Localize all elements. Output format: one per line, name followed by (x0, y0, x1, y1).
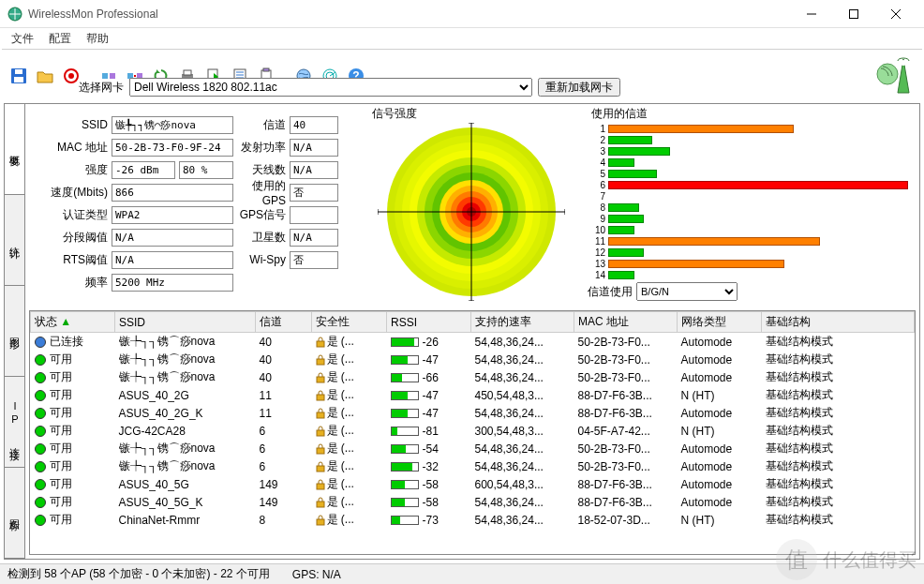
open-button[interactable] (34, 65, 56, 87)
table-row[interactable]: 可用ASUS_40_5G149是 (...-58600,54,48,3...88… (31, 475, 915, 493)
antenna-icon (875, 53, 917, 95)
col-rates[interactable]: 支持的速率 (471, 312, 574, 333)
menu-file[interactable]: 文件 (6, 29, 39, 49)
status-bar: 检测到 58 个AP (58 个加密 - 0 个未加密) - 22 个可用 GP… (0, 563, 924, 584)
menu-config[interactable]: 配置 (43, 29, 77, 49)
svg-point-24 (901, 60, 906, 66)
table-row[interactable]: 可用镞╄┐┐镌⌒痧nova6是 (...-5454,48,36,24...50-… (31, 440, 915, 457)
freq-field[interactable] (112, 274, 233, 292)
gpssig-label: GPS信号 (237, 207, 286, 223)
table-row[interactable]: 可用ChinaNet-Rmmr8是 (...-7354,48,36,24...1… (31, 511, 915, 529)
signal-title: 信号强度 (372, 106, 417, 122)
status-main: 检测到 58 个AP (58 个加密 - 0 个未加密) - 22 个可用 (7, 566, 270, 582)
table-row[interactable]: 可用镞╄┐┐镌⌒痧nova40是 (...-6654,48,36,24...50… (31, 368, 915, 386)
svg-rect-41 (317, 395, 324, 400)
signal-radar (378, 123, 565, 301)
tab-map[interactable]: 图标 (5, 468, 24, 559)
title-bar: WirelessMon Professional (0, 0, 924, 28)
sat-field[interactable] (290, 229, 338, 247)
frag-label: 分段阈值 (33, 230, 108, 246)
status-gps: GPS: N/A (292, 568, 341, 581)
reload-nic-button[interactable]: 重新加载网卡 (538, 78, 620, 97)
table-row[interactable]: 可用镞╄┐┐镌⌒痧nova40是 (...-4754,48,36,24...50… (31, 351, 915, 368)
col-mac[interactable]: MAC 地址 (574, 312, 678, 333)
table-row[interactable]: 可用ASUS_40_2G11是 (...-47450,54,48,3...88-… (31, 386, 915, 404)
svg-rect-46 (317, 484, 324, 489)
nic-select[interactable]: Dell Wireless 1820 802.11ac (129, 78, 532, 97)
table-row[interactable]: 可用JCG-42CA286是 (...-81300,54,48,3...04-5… (31, 422, 915, 440)
tab-stats[interactable]: 统计 (5, 195, 24, 286)
gps-field[interactable] (290, 184, 338, 202)
svg-rect-3 (14, 77, 23, 82)
maximize-button[interactable] (832, 1, 874, 27)
freq-label: 频率 (33, 275, 108, 291)
col-infra[interactable]: 基础结构 (762, 312, 915, 333)
ssid-label: SSID (33, 118, 108, 131)
spd-field[interactable] (112, 184, 233, 202)
svg-point-23 (877, 64, 898, 84)
side-tabs: 概要 统计 图形 IP 连接 图标 (5, 104, 25, 559)
wispy-field[interactable] (290, 251, 338, 269)
ap-grid[interactable]: 状态 ▲ SSID 信道 安全性 RSSI 支持的速率 MAC 地址 网络类型 … (29, 310, 916, 555)
svg-rect-39 (317, 359, 324, 365)
app-icon (7, 7, 22, 22)
channels-title: 使用的信道 (591, 106, 648, 122)
str-pct-field[interactable] (179, 161, 233, 179)
svg-rect-40 (317, 377, 324, 382)
chan-label: 信道 (237, 117, 286, 133)
rts-field[interactable] (112, 251, 233, 269)
frag-field[interactable] (112, 229, 233, 247)
gpssig-field[interactable] (290, 206, 338, 224)
col-sec[interactable]: 安全性 (312, 312, 387, 333)
str-dbm-field[interactable] (112, 161, 175, 179)
tab-graph[interactable]: 图形 (5, 286, 24, 377)
close-button[interactable] (874, 1, 917, 27)
svg-rect-4 (15, 69, 22, 74)
table-row[interactable]: 可用镞╄┐┐镌⌒痧nova6是 (...-3254,48,36,24...50-… (31, 457, 915, 475)
txp-label: 发射功率 (237, 140, 286, 156)
ant-field[interactable] (290, 161, 338, 179)
channel-mode-label: 信道使用 (588, 284, 633, 300)
table-row[interactable]: 可用ASUS_40_2G_K11是 (...-4754,48,36,24...8… (31, 404, 915, 422)
toolbar: ? 选择网卡 Dell Wireless 1820 802.11ac 重新加载网… (0, 50, 924, 102)
main-panel: 概要 统计 图形 IP 连接 图标 SSID信道 MAC 地址发射功率 强度天线… (4, 103, 920, 560)
auth-field[interactable] (112, 206, 233, 224)
svg-rect-12 (184, 70, 191, 75)
svg-rect-38 (317, 341, 324, 347)
col-chan[interactable]: 信道 (256, 312, 312, 333)
spd-label: 速度(Mbits) (33, 185, 108, 201)
auth-label: 认证类型 (33, 207, 108, 223)
menu-help[interactable]: 帮助 (81, 29, 114, 49)
txp-field[interactable] (290, 139, 338, 157)
nic-label: 选择网卡 (79, 80, 124, 96)
svg-rect-48 (317, 519, 324, 525)
mac-field[interactable] (112, 139, 233, 157)
channel-mode-select[interactable]: B/G/N (636, 282, 738, 301)
col-rssi[interactable]: RSSI (387, 312, 471, 333)
tab-ipconn[interactable]: IP 连接 (5, 377, 24, 468)
svg-rect-43 (317, 430, 324, 436)
rts-label: RTS阈值 (33, 252, 108, 268)
table-row[interactable]: 可用ASUS_40_5G_K149是 (...-5854,48,36,24...… (31, 493, 915, 511)
chan-field[interactable] (290, 116, 338, 134)
svg-point-6 (68, 73, 74, 79)
minimize-button[interactable] (790, 1, 832, 27)
col-ssid[interactable]: SSID (115, 312, 256, 333)
ant-label: 天线数 (237, 162, 286, 178)
svg-rect-1 (849, 9, 857, 18)
table-row[interactable]: 已连接镞╄┐┐镌⌒痧nova40是 (...-2654,48,36,24...5… (31, 333, 915, 352)
mac-label: MAC 地址 (33, 140, 108, 156)
ssid-field[interactable] (112, 116, 233, 134)
col-net[interactable]: 网络类型 (678, 312, 762, 333)
menu-bar: 文件 配置 帮助 (0, 28, 924, 49)
svg-rect-17 (263, 68, 269, 71)
col-status[interactable]: 状态 ▲ (31, 312, 115, 333)
channels-box: 使用的信道 1234567891011121314OTH 信道使用 B/G/N (584, 106, 914, 303)
sat-label: 卫星数 (237, 230, 286, 246)
tab-summary[interactable]: 概要 (5, 104, 24, 195)
svg-rect-44 (317, 448, 324, 454)
save-button[interactable] (7, 65, 30, 87)
gps-label: 使用的GPS (237, 178, 286, 207)
window-title: WirelessMon Professional (28, 7, 790, 21)
str-label: 强度 (33, 162, 108, 178)
